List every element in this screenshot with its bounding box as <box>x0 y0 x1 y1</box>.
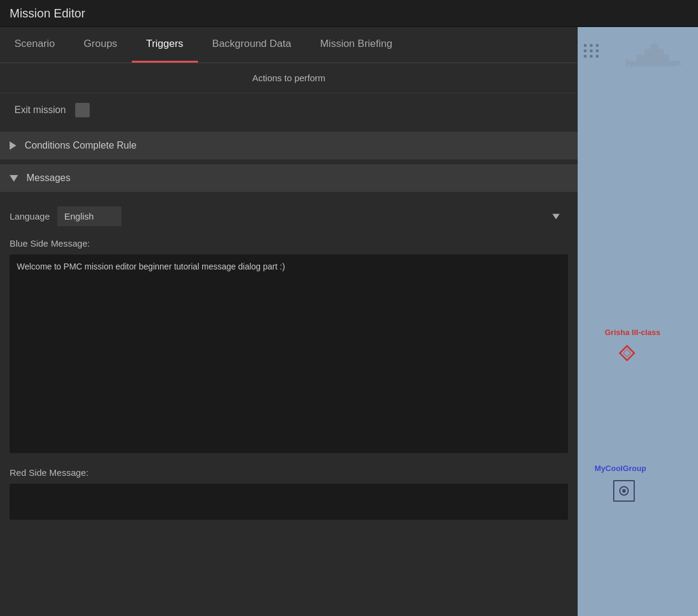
blue-side-message-textarea[interactable]: Welcome to PMC mission editor beginner t… <box>10 254 568 453</box>
tab-groups[interactable]: Groups <box>69 27 132 63</box>
blue-side-message-label: Blue Side Message: <box>10 238 568 248</box>
exit-mission-row: Exit mission <box>0 93 578 127</box>
tab-triggers[interactable]: Triggers <box>132 27 198 63</box>
actions-header: Actions to perform <box>0 63 578 93</box>
svg-marker-7 <box>620 346 634 360</box>
svg-rect-6 <box>626 59 629 67</box>
messages-body: Language English Russian German French S… <box>0 197 578 532</box>
tab-scenario[interactable]: Scenario <box>0 27 69 63</box>
conditions-complete-rule-arrow <box>10 141 16 150</box>
messages-section-label: Messages <box>26 173 70 183</box>
title-bar: Mission Editor <box>0 0 698 27</box>
red-side-message-label: Red Side Message: <box>10 467 568 478</box>
red-side-message-textarea[interactable] <box>10 484 568 520</box>
svg-rect-3 <box>650 45 658 49</box>
grid-dots-icon <box>584 44 599 58</box>
svg-marker-8 <box>623 350 631 357</box>
left-panel: Scenario Groups Triggers Background Data… <box>0 27 578 616</box>
language-label: Language <box>10 211 50 221</box>
content-area: Actions to perform Exit mission Conditio… <box>0 63 578 616</box>
conditions-complete-rule-header[interactable]: Conditions Complete Rule <box>0 132 578 159</box>
svg-point-19 <box>622 489 626 493</box>
messages-section-arrow <box>10 175 18 182</box>
grisha-label: Grisha III-class <box>605 328 661 337</box>
map-panel: Grisha III-class MyCoolGroup <box>578 27 698 616</box>
tab-background-data[interactable]: Background Data <box>198 27 306 63</box>
mycoolgroup-target-icon <box>613 479 635 505</box>
svg-marker-0 <box>626 61 681 66</box>
ship-icon <box>620 39 686 72</box>
app-title: Mission Editor <box>10 7 85 20</box>
grisha-diamond-icon <box>619 345 635 364</box>
language-select[interactable]: English Russian German French Spanish <box>57 206 122 226</box>
messages-section-header[interactable]: Messages <box>0 164 578 192</box>
tab-mission-briefing[interactable]: Mission Briefing <box>306 27 407 63</box>
tabs-container: Scenario Groups Triggers Background Data… <box>0 27 578 63</box>
mycoolgroup-label: MyCoolGroup <box>595 464 646 473</box>
svg-rect-2 <box>644 49 664 55</box>
main-layout: Scenario Groups Triggers Background Data… <box>0 27 698 616</box>
svg-rect-1 <box>637 54 670 61</box>
language-row: Language English Russian German French S… <box>10 206 568 226</box>
svg-rect-4 <box>654 40 655 45</box>
exit-mission-checkbox[interactable] <box>75 103 90 117</box>
conditions-complete-rule-label: Conditions Complete Rule <box>25 140 137 151</box>
language-select-wrapper: English Russian German French Spanish <box>57 206 568 226</box>
exit-mission-label: Exit mission <box>14 105 66 116</box>
